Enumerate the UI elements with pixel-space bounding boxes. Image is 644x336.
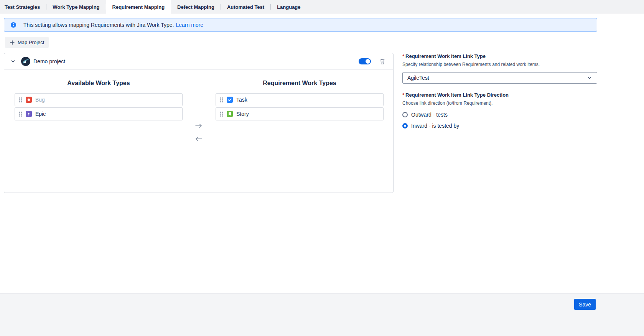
radio-option-label: Inward - is tested by <box>411 123 459 129</box>
save-button[interactable]: Save <box>574 299 596 310</box>
available-work-types-list: Bug <box>15 93 183 122</box>
mapping-columns: Available Work Types Requirement Work Ty… <box>4 70 393 193</box>
project-enabled-toggle[interactable] <box>359 58 371 64</box>
work-type-item-task[interactable]: Task <box>216 93 384 106</box>
work-type-item-epic[interactable]: Epic <box>15 107 183 120</box>
requirement-column-title: Requirement Work Types <box>216 80 384 87</box>
drag-handle-icon[interactable] <box>220 97 223 103</box>
tab-requirement-mapping[interactable]: Requirement Mapping <box>106 0 171 14</box>
move-right-button[interactable] <box>195 123 203 128</box>
available-column-title: Available Work Types <box>15 80 183 87</box>
work-type-label: Epic <box>35 111 46 117</box>
task-icon <box>227 97 233 103</box>
story-icon <box>227 111 233 117</box>
project-mapping-card: Demo project Available Work Types Requir… <box>4 53 394 193</box>
arrow-left-icon <box>195 136 203 142</box>
info-banner: This setting allows mapping Requirements… <box>4 18 597 32</box>
epic-icon <box>26 111 32 117</box>
radio-checked-icon[interactable] <box>402 123 408 128</box>
work-type-item-bug[interactable]: Bug <box>15 93 183 106</box>
requirement-mapping-page: Test Strategies Work Type Mapping Requir… <box>0 0 644 336</box>
settings-panel: *Requirement Work Item Link Type Specify… <box>402 53 597 130</box>
info-icon <box>10 22 16 28</box>
link-type-label: *Requirement Work Item Link Type <box>402 53 597 59</box>
bug-icon <box>26 97 32 103</box>
work-type-item-story[interactable]: Story <box>216 107 384 120</box>
drag-handle-icon[interactable] <box>19 97 22 103</box>
link-type-value: AgileTest <box>407 75 429 81</box>
tab-automated-test[interactable]: Automated Test <box>221 0 270 14</box>
map-project-label: Map Project <box>18 40 44 45</box>
drag-handle-icon[interactable] <box>220 111 223 117</box>
chevron-down-icon <box>587 75 592 81</box>
tab-language[interactable]: Language <box>271 0 306 14</box>
project-card-header: Demo project <box>4 53 393 70</box>
work-type-label: Story <box>236 111 249 117</box>
transfer-controls <box>191 123 206 142</box>
requirement-work-types-list: Task <box>216 93 384 122</box>
arrow-right-icon <box>195 123 203 128</box>
footer-bar: Save <box>0 293 644 336</box>
direction-label: *Requirement Work Item Link Type Directi… <box>402 92 597 98</box>
tab-test-strategies[interactable]: Test Strategies <box>0 0 46 14</box>
chevron-down-icon <box>10 59 16 64</box>
learn-more-link[interactable]: Learn more <box>176 22 203 28</box>
trash-icon <box>379 58 385 65</box>
link-type-select[interactable]: AgileTest <box>402 72 597 84</box>
tab-defect-mapping[interactable]: Defect Mapping <box>171 0 221 14</box>
radio-option-label: Outward - tests <box>411 112 448 118</box>
link-type-description: Specify relationship between Requirement… <box>402 62 597 67</box>
tab-work-type-mapping[interactable]: Work Type Mapping <box>46 0 105 14</box>
drag-handle-icon[interactable] <box>19 111 22 117</box>
link-type-label-text: Requirement Work Item Link Type <box>405 53 486 59</box>
map-project-button[interactable]: Map Project <box>5 37 49 48</box>
move-left-button[interactable] <box>195 136 203 142</box>
required-marker: * <box>402 53 404 59</box>
direction-description: Choose link direction (to/from Requireme… <box>402 100 597 106</box>
banner-text: This setting allows mapping Requirements… <box>23 22 174 28</box>
project-avatar <box>21 57 30 66</box>
project-name: Demo project <box>33 58 65 64</box>
radio-option-inward[interactable]: Inward - is tested by <box>402 122 597 130</box>
plus-icon <box>10 40 15 45</box>
radio-option-outward[interactable]: Outward - tests <box>402 111 597 119</box>
direction-label-text: Requirement Work Item Link Type Directio… <box>405 92 509 98</box>
settings-tabbar: Test Strategies Work Type Mapping Requir… <box>0 0 644 14</box>
work-type-label: Bug <box>35 97 45 103</box>
radio-unchecked-icon[interactable] <box>402 112 408 117</box>
required-marker: * <box>402 92 404 98</box>
work-type-label: Task <box>236 97 247 103</box>
collapse-project-button[interactable] <box>10 58 16 65</box>
delete-project-button[interactable] <box>379 58 386 66</box>
